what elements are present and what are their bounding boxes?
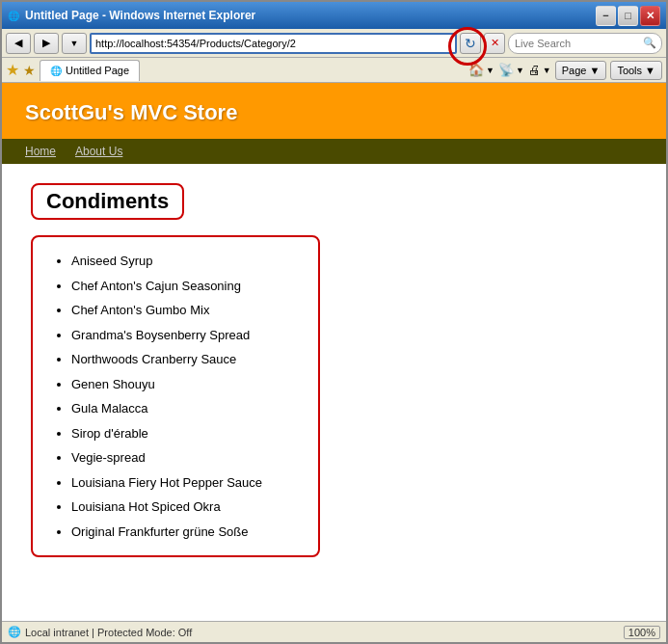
zoom-indicator[interactable]: 100% [624,626,660,639]
minimize-button[interactable]: − [596,6,616,26]
list-item: Sirop d'érable [71,421,299,446]
browser-toolbar: ★ ★ 🌐 Untitled Page 🏠 ▼ 📡 ▼ 🖨 ▼ Page ▼ [2,58,666,83]
maximize-button[interactable]: □ [618,6,638,26]
zoom-level: 100% [628,627,655,638]
status-text: 🌐 Local intranet | Protected Mode: Off [8,626,192,638]
page-area: ScottGu's MVC Store Home About Us Condim… [2,83,666,621]
search-input[interactable] [508,33,662,54]
favorites-icon[interactable]: ★ [23,63,36,78]
title-bar: 🌐 Untitled Page - Windows Internet Explo… [2,2,666,29]
tools-label: Tools ▼ [617,65,655,76]
tab-label: Untitled Page [66,65,129,76]
tools-button[interactable]: Tools ▼ [610,61,662,80]
address-bar: ◀ ▶ ▼ ↻ ✕ 🔍 [2,29,666,58]
list-item: Gula Malacca [71,396,299,421]
nav-home[interactable]: Home [25,145,56,158]
home-icon: 🏠 [468,63,484,77]
stop-button[interactable]: ✕ [484,33,505,54]
category-title: Condiments [46,189,169,214]
favorites-star-icon[interactable]: ★ [6,61,19,79]
product-list: Aniseed SyrupChef Anton's Cajun Seasonin… [52,249,299,544]
browser-tab[interactable]: 🌐 Untitled Page [40,60,140,81]
category-heading: Condiments [31,183,184,220]
toolbar-right: 🏠 ▼ 📡 ▼ 🖨 ▼ Page ▼ Tools ▼ [468,61,662,80]
status-bar: 🌐 Local intranet | Protected Mode: Off 1… [2,621,666,642]
browser-window: 🌐 Untitled Page - Windows Internet Explo… [0,0,668,644]
address-input[interactable] [90,33,457,54]
site-header: ScottGu's MVC Store [2,83,666,139]
print-dropdown[interactable]: ▼ [543,66,551,75]
status-message: Local intranet | Protected Mode: Off [25,627,192,638]
page-button[interactable]: Page ▼ [555,61,607,80]
product-list-container: Aniseed SyrupChef Anton's Cajun Seasonin… [31,235,320,557]
list-item: Original Frankfurter grüne Soße [71,520,299,545]
window-title: Untitled Page - Windows Internet Explore… [25,9,590,22]
list-item: Grandma's Boysenberry Spread [71,323,299,348]
window-controls: − □ ✕ [596,6,660,26]
list-item: Louisiana Fiery Hot Pepper Sauce [71,470,299,496]
nav-about[interactable]: About Us [75,145,122,158]
list-item: Vegie-spread [71,445,299,470]
rss-icon: 📡 [498,63,514,77]
print-icon: 🖨 [528,63,541,77]
list-item: Northwoods Cranberry Sauce [71,347,299,372]
dropdown-button[interactable]: ▼ [62,33,87,54]
forward-button[interactable]: ▶ [34,33,59,54]
main-content: Condiments Aniseed SyrupChef Anton's Caj… [2,164,666,621]
list-item: Chef Anton's Cajun Seasoning [71,274,299,299]
browser-icon: 🌐 [8,11,19,21]
nav-bar: Home About Us [2,139,666,164]
list-item: Genen Shouyu [71,372,299,397]
page-label: Page ▼ [562,65,601,76]
refresh-button[interactable]: ↻ [460,33,481,54]
close-button[interactable]: ✕ [640,6,660,26]
tab-icon: 🌐 [50,66,62,76]
site-title: ScottGu's MVC Store [25,100,643,125]
list-item: Louisiana Hot Spiced Okra [71,495,299,520]
status-right: 100% [624,626,660,639]
list-item: Chef Anton's Gumbo Mix [71,298,299,323]
list-item: Aniseed Syrup [71,249,299,274]
home-dropdown[interactable]: ▼ [486,66,494,75]
back-button[interactable]: ◀ [6,33,31,54]
rss-dropdown[interactable]: ▼ [516,66,524,75]
globe-icon: 🌐 [8,626,21,638]
